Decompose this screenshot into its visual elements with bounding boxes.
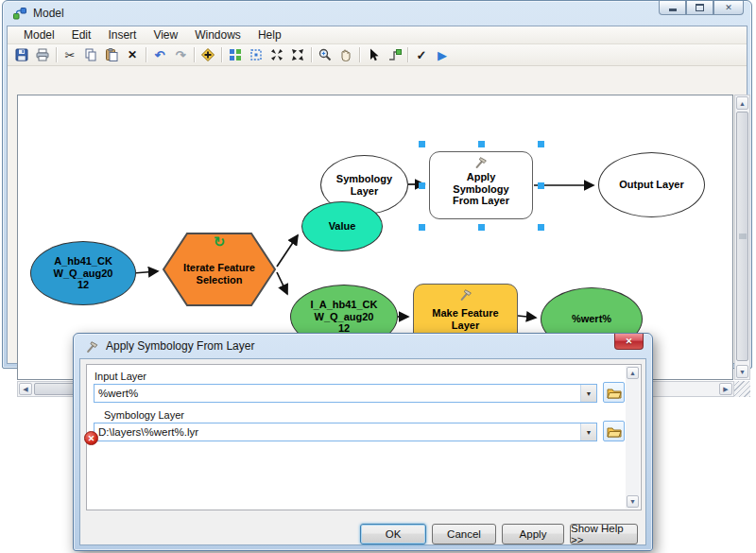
dialog-title-bar[interactable]: Apply Symbology From Layer ✕ (74, 334, 652, 358)
zoom-in-button[interactable] (266, 45, 287, 64)
resize-grip[interactable] (734, 381, 750, 397)
cut-button[interactable]: ✂ (60, 45, 80, 64)
print-button[interactable] (32, 45, 53, 64)
window-body: Model Edit Insert View Windows Help ✂ (7, 26, 747, 364)
input-layer-field[interactable] (94, 385, 580, 402)
menu-bar: Model Edit Insert View Windows Help (8, 26, 747, 44)
validate-button[interactable]: ✓ (411, 45, 432, 64)
maximize-icon (696, 4, 704, 11)
symbology-layer-dropdown-button[interactable]: ▼ (580, 423, 596, 441)
apply-symbology-dialog: Apply Symbology From Layer ✕ Input Layer… (73, 333, 653, 551)
fit-to-window-icon (249, 47, 264, 62)
node-label: Selection (197, 274, 243, 286)
minimize-button[interactable] (659, 1, 686, 15)
scroll-left-button[interactable]: ◀ (19, 383, 32, 395)
close-button[interactable]: ✕ (713, 1, 744, 15)
redo-icon: ↷ (176, 49, 186, 61)
selection-handle[interactable] (478, 224, 485, 231)
input-layer-browse-button[interactable] (603, 382, 625, 403)
menu-model[interactable]: Model (15, 26, 63, 43)
selection-handle[interactable] (478, 141, 485, 147)
symbology-layer-browse-button[interactable] (603, 421, 625, 441)
parameter-panel: Input Layer ▼ Symbology Layer ▼ ▲ (86, 364, 642, 510)
pan-tool-button[interactable] (335, 45, 356, 64)
copy-button[interactable] (80, 45, 101, 64)
error-icon: ✕ (84, 431, 98, 445)
node-label: I_A_hb41_CK (311, 299, 378, 311)
redo-button[interactable]: ↷ (170, 45, 191, 64)
selection-handle[interactable] (419, 141, 425, 147)
toolbar-separator (56, 47, 57, 62)
auto-layout-button[interactable] (225, 45, 246, 64)
dialog-close-button[interactable]: ✕ (614, 334, 644, 350)
hammer-icon (458, 287, 472, 302)
open-folder-icon (607, 425, 622, 438)
arrow-down-icon: ▼ (739, 369, 746, 375)
full-extent-icon (290, 47, 305, 62)
selection-handle[interactable] (419, 182, 425, 189)
panel-scrollbar[interactable]: ▲ ▼ (626, 366, 640, 509)
copy-icon (83, 47, 98, 62)
error-x-glyph: ✕ (88, 434, 95, 443)
scroll-right-button[interactable]: ▶ (719, 383, 732, 395)
title-bar[interactable]: Model ✕ (3, 1, 751, 26)
select-tool-button[interactable] (363, 45, 384, 64)
symbology-layer-combo[interactable]: ▼ (94, 423, 597, 441)
node-output-layer[interactable]: Output Layer (598, 152, 705, 217)
dialog-buttons: OK Cancel Apply Show Help >> (80, 524, 645, 546)
toolbar: ✂ ✕ ↶ ↷ (8, 44, 747, 66)
symbology-layer-field[interactable] (94, 423, 580, 441)
input-layer-dropdown-button[interactable]: ▼ (580, 385, 596, 402)
node-apply-symbology-tool[interactable]: Apply Symbology From Layer (429, 151, 533, 219)
undo-button[interactable]: ↶ (149, 45, 170, 64)
menu-help[interactable]: Help (249, 26, 290, 43)
add-data-button[interactable] (198, 45, 218, 64)
apply-button[interactable]: Apply (502, 524, 564, 544)
arrow-left-icon: ◀ (23, 386, 27, 393)
maximize-button[interactable] (686, 1, 713, 15)
selection-handle[interactable] (419, 224, 425, 231)
fit-to-window-button[interactable] (246, 45, 266, 64)
scroll-up-button[interactable]: ▲ (627, 367, 639, 379)
toolbar-separator (359, 47, 360, 62)
zoom-tool-button[interactable] (315, 45, 335, 64)
close-icon: ✕ (725, 3, 732, 12)
arrow-right-icon: ▶ (723, 386, 728, 393)
menu-windows[interactable]: Windows (186, 26, 249, 43)
close-icon: ✕ (626, 337, 633, 346)
full-extent-button[interactable] (287, 45, 308, 64)
delete-button[interactable]: ✕ (122, 45, 143, 64)
ok-button[interactable]: OK (360, 524, 426, 544)
save-button[interactable] (11, 45, 32, 64)
node-label: Make Feature (432, 307, 498, 320)
menu-edit[interactable]: Edit (63, 26, 100, 43)
chevron-down-icon: ▼ (586, 390, 593, 397)
cancel-button[interactable]: Cancel (432, 524, 496, 544)
scroll-down-button[interactable]: ▼ (627, 495, 639, 508)
node-iterator[interactable]: ↻ Iterate Feature Selection (162, 232, 277, 307)
toolbar-separator (407, 47, 408, 62)
selection-handle[interactable] (538, 141, 544, 147)
show-help-button[interactable]: Show Help >> (570, 524, 638, 544)
connect-tool-button[interactable] (384, 45, 404, 64)
undo-icon: ↶ (155, 49, 165, 61)
node-value[interactable]: Value (301, 201, 383, 251)
toolbar-separator (311, 47, 312, 62)
node-label: Iterate Feature (183, 262, 255, 274)
selection-handle[interactable] (538, 182, 544, 189)
vertical-scrollbar[interactable]: ▲ ▼ (734, 95, 750, 380)
menu-insert[interactable]: Insert (99, 26, 145, 43)
node-label: Layer (351, 185, 378, 198)
scroll-down-button[interactable]: ▼ (736, 365, 748, 378)
node-label: Apply (467, 171, 496, 183)
vertical-scroll-thumb[interactable] (736, 112, 748, 361)
selection-handle[interactable] (538, 224, 544, 231)
node-input-data[interactable]: A_hb41_CK W_Q_aug20 12 (30, 241, 136, 305)
paste-button[interactable] (101, 45, 122, 64)
scroll-up-button[interactable]: ▲ (736, 96, 748, 110)
node-label: Symbology (336, 173, 392, 185)
run-button[interactable]: ▶ (432, 45, 453, 64)
menu-view[interactable]: View (145, 26, 186, 43)
input-layer-combo[interactable]: ▼ (94, 384, 597, 403)
connect-icon (387, 47, 402, 62)
